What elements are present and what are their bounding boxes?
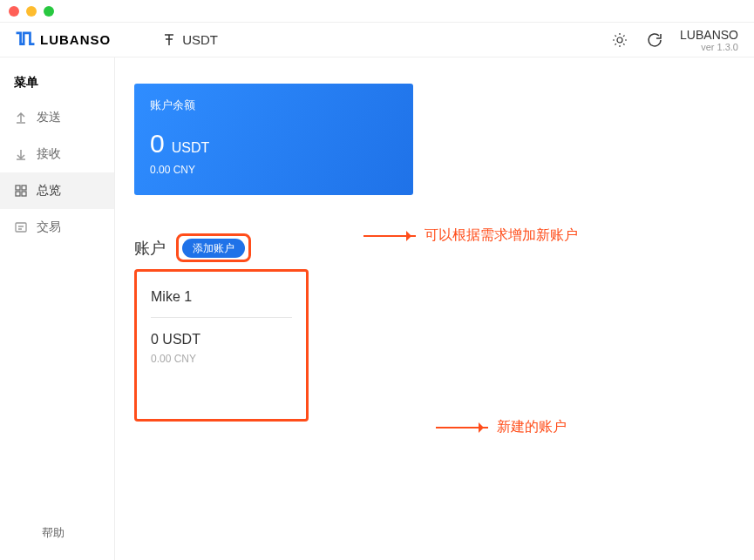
tether-icon xyxy=(163,33,175,47)
annotation-text: 新建的账户 xyxy=(497,418,567,436)
transactions-icon xyxy=(14,220,28,234)
overview-icon xyxy=(14,184,28,198)
annotation-highlight-add: 添加账户 xyxy=(176,233,251,262)
account-card[interactable]: Mike 1 0 USDT 0.00 CNY xyxy=(134,269,309,422)
send-icon xyxy=(14,111,28,125)
settings-button[interactable] xyxy=(610,30,629,50)
annotation-text: 可以根据需求增加新账户 xyxy=(425,226,578,245)
minimize-window-button[interactable] xyxy=(26,6,37,17)
annotation-add-hint: 可以根据需求增加新账户 xyxy=(363,226,578,245)
app-header: LUBANSO USDT LUBANSO ver 1.3.0 xyxy=(0,23,754,57)
version-label: ver 1.3.0 xyxy=(680,42,738,52)
sidebar-item-send[interactable]: 发送 xyxy=(0,99,114,136)
svg-point-0 xyxy=(617,37,622,43)
sidebar-item-overview[interactable]: 总览 xyxy=(0,172,114,209)
annotation-new-account-hint: 新建的账户 xyxy=(436,418,567,436)
gear-icon xyxy=(611,31,628,49)
logo-icon xyxy=(16,31,35,49)
brand-name-right: LUBANSO xyxy=(680,28,738,42)
arrow-icon xyxy=(363,235,416,237)
logo: LUBANSO xyxy=(16,31,111,49)
accounts-title: 账户 xyxy=(134,238,166,259)
close-window-button[interactable] xyxy=(9,6,19,17)
sidebar-item-label: 发送 xyxy=(37,110,61,125)
currency-selector[interactable]: USDT xyxy=(163,32,218,47)
add-account-button[interactable]: 添加账户 xyxy=(182,239,245,258)
svg-rect-3 xyxy=(16,192,20,196)
refresh-button[interactable] xyxy=(645,30,664,50)
sidebar-item-label: 接收 xyxy=(37,146,61,162)
divider xyxy=(151,317,292,318)
svg-rect-4 xyxy=(22,192,26,196)
account-name: Mike 1 xyxy=(151,289,292,305)
balance-card: 账户余额 0 USDT 0.00 CNY xyxy=(134,84,413,195)
account-sub: 0.00 CNY xyxy=(151,353,292,365)
brand-version: LUBANSO ver 1.3.0 xyxy=(680,28,738,52)
sidebar-item-transactions[interactable]: 交易 xyxy=(0,209,114,246)
sidebar-help[interactable]: 帮助 xyxy=(0,509,114,560)
sidebar-item-label: 总览 xyxy=(37,183,61,199)
refresh-icon xyxy=(646,31,663,49)
svg-rect-2 xyxy=(22,186,26,190)
balance-label: 账户余额 xyxy=(150,98,397,113)
balance-sub: 0.00 CNY xyxy=(150,164,397,176)
maximize-window-button[interactable] xyxy=(44,6,54,17)
sidebar-item-label: 交易 xyxy=(37,219,61,235)
account-amount: 0 USDT xyxy=(151,332,292,347)
window-titlebar xyxy=(0,0,754,23)
balance-amount: 0 xyxy=(150,129,165,159)
sidebar-item-receive[interactable]: 接收 xyxy=(0,136,114,172)
receive-icon xyxy=(14,147,28,161)
currency-label: USDT xyxy=(182,32,218,47)
logo-text: LUBANSO xyxy=(40,32,111,47)
sidebar-title: 菜单 xyxy=(0,70,114,99)
svg-rect-1 xyxy=(16,186,20,190)
content-area: 账户余额 0 USDT 0.00 CNY 账户 添加账户 Mike 1 0 US… xyxy=(115,57,754,560)
svg-rect-5 xyxy=(16,223,26,232)
sidebar: 菜单 发送 接收 总览 交易 帮助 xyxy=(0,57,115,560)
balance-unit: USDT xyxy=(172,140,210,156)
arrow-icon xyxy=(436,427,488,428)
